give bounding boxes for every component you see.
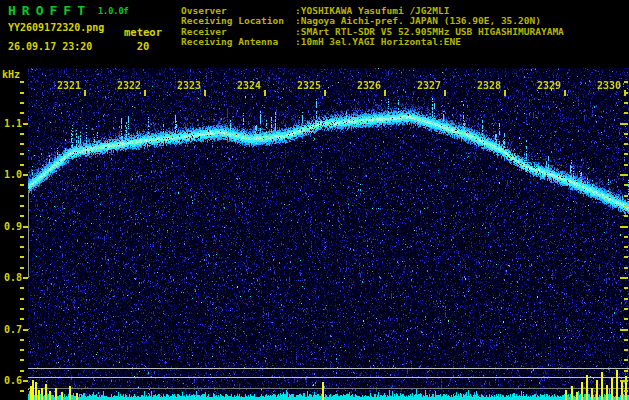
time-axis-tick [144,90,146,96]
freq-axis-major-tick-left [23,380,28,382]
freq-axis-label: 0.7 [0,324,22,335]
output-filename: YY2609172320.png [8,22,104,33]
freq-axis-major-tick-right [620,329,628,331]
freq-axis-minor-tick-right [624,112,628,114]
freq-axis-major-tick-left [23,226,28,228]
time-axis-label: 2329 [531,80,567,91]
freq-axis-minor-tick-left [20,164,24,166]
freq-axis-minor-tick-left [20,205,24,207]
app-version: 1.0.0f [98,6,129,16]
station-info-label: Receiving Antenna [181,37,295,47]
time-axis-label: 2326 [351,80,387,91]
time-axis-tick [324,90,326,96]
freq-axis-minor-tick-left [20,287,24,289]
time-axis-tick [564,90,566,96]
freq-axis-minor-tick-left [20,339,24,341]
app-title: HROFFT [8,3,91,18]
time-axis-tick [384,90,386,96]
freq-axis-major-tick-right [620,123,628,125]
freq-axis-minor-tick-right [624,390,628,392]
observation-datetime: 26.09.17 23:20 [8,41,92,52]
time-axis-label: 2321 [51,80,87,91]
freq-axis-minor-tick-right [624,246,628,248]
time-axis-tick [504,90,506,96]
freq-axis-minor-tick-right [624,287,628,289]
freq-axis-minor-tick-right [624,184,628,186]
spectrogram-canvas [28,68,629,400]
freq-axis-major-tick-left [23,174,28,176]
freq-axis-minor-tick-left [20,153,24,155]
freq-axis-minor-tick-right [624,143,628,145]
freq-axis-minor-tick-right [624,298,628,300]
freq-axis-major-tick-right [620,277,628,279]
freq-axis-minor-tick-left [20,92,24,94]
freq-axis-label: 1.0 [0,169,22,180]
time-axis-tick [84,90,86,96]
freq-axis-minor-tick-left [20,143,24,145]
freq-axis-major-tick-right [620,174,628,176]
freq-axis-label: 1.1 [0,118,22,129]
freq-axis-minor-tick-right [624,205,628,207]
freq-axis-minor-tick-right [624,308,628,310]
freq-axis-minor-tick-left [20,318,24,320]
freq-axis-minor-tick-right [624,92,628,94]
meteor-count: 20 [116,40,170,52]
time-axis-label: 2327 [411,80,447,91]
freq-axis-label: 0.6 [0,375,22,386]
freq-axis-minor-tick-right [624,359,628,361]
freq-axis-minor-tick-right [624,236,628,238]
freq-axis-minor-tick-left [20,184,24,186]
freq-axis-minor-tick-right [624,133,628,135]
freq-axis-minor-tick-left [20,112,24,114]
time-axis-label: 2325 [291,80,327,91]
freq-axis-minor-tick-right [624,195,628,197]
freq-axis-minor-tick-left [20,102,24,104]
freq-axis-major-tick-right [620,380,628,382]
time-axis-label: 2323 [171,80,207,91]
hrofft-window: HROFFT 1.0.0f YY2609172320.png meteor 20… [0,0,629,400]
freq-axis-minor-tick-left [20,308,24,310]
freq-axis-minor-tick-right [624,349,628,351]
mode-label: meteor [116,26,170,38]
freq-axis-label: 0.9 [0,221,22,232]
freq-axis-minor-tick-left [20,359,24,361]
freq-axis-minor-tick-right [624,215,628,217]
station-info-row: Receiving Antenna:10mH 3el.YAGI Horizont… [181,37,621,47]
freq-axis-minor-tick-left [20,81,24,83]
freq-axis-minor-tick-right [624,318,628,320]
freq-axis-minor-tick-right [624,102,628,104]
freq-axis-minor-tick-left [20,370,24,372]
freq-axis-minor-tick-left [20,298,24,300]
time-axis-tick [204,90,206,96]
freq-axis-minor-tick-left [20,236,24,238]
freq-axis-major-tick-left [23,329,28,331]
freq-axis-major-tick-left [23,123,28,125]
time-axis-tick [264,90,266,96]
freq-axis-minor-tick-right [624,370,628,372]
freq-axis-minor-tick-left [20,267,24,269]
time-axis-tick [444,90,446,96]
freq-axis-minor-tick-left [20,195,24,197]
time-axis-label: 2322 [111,80,147,91]
freq-axis-minor-tick-left [20,390,24,392]
freq-axis-minor-tick-right [624,256,628,258]
freq-axis-minor-tick-left [20,246,24,248]
freq-axis-minor-tick-right [624,153,628,155]
freq-axis-minor-tick-right [624,81,628,83]
time-axis-label: 2324 [231,80,267,91]
freq-axis-minor-tick-right [624,164,628,166]
station-info-value: :10mH 3el.YAGI Horizontal:ENE [295,37,461,47]
station-info: Ovserver:YOSHIKAWA Yasufumi /JG2MLIRecei… [181,6,621,48]
freq-axis-minor-tick-right [624,339,628,341]
freq-axis-minor-tick-right [624,267,628,269]
freq-axis-minor-tick-left [20,256,24,258]
freq-axis-minor-tick-left [20,349,24,351]
freq-axis-major-tick-right [620,226,628,228]
freq-axis-label: 0.8 [0,272,22,283]
time-axis-label: 2330 [591,80,627,91]
time-axis-label: 2328 [471,80,507,91]
freq-axis-major-tick-left [23,277,28,279]
freq-axis-unit: kHz [2,69,20,80]
freq-axis-minor-tick-left [20,133,24,135]
freq-axis-minor-tick-left [20,215,24,217]
